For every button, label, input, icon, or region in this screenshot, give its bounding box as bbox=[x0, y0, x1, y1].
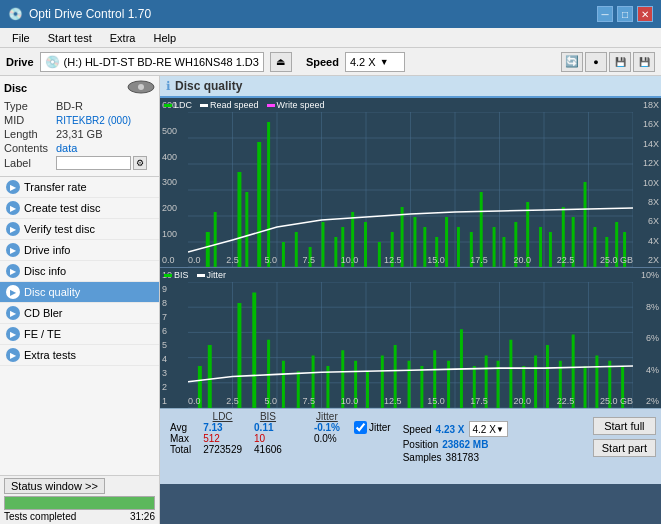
bis-chart-plot bbox=[188, 282, 633, 408]
bis-x-axis: 0.02.55.07.510.012.515.017.520.022.525.0… bbox=[160, 396, 661, 408]
main-layout: Disc Type BD-R MID RITEKBR2 (000) Length… bbox=[0, 76, 661, 524]
position-value: 23862 MB bbox=[442, 439, 488, 450]
total-bis: 41606 bbox=[248, 444, 288, 455]
mid-value: RITEKBR2 (000) bbox=[56, 115, 155, 126]
position-label: Position bbox=[403, 439, 439, 450]
close-button[interactable]: ✕ bbox=[637, 6, 653, 22]
length-value: 23,31 GB bbox=[56, 128, 155, 140]
speed-dropdown-icon: ▼ bbox=[380, 57, 389, 67]
sidebar-item-fe-te[interactable]: ▶ FE / TE bbox=[0, 324, 159, 345]
panel-title: Disc quality bbox=[175, 79, 242, 93]
verify-disc-icon: ▶ bbox=[6, 222, 20, 236]
length-label: Length bbox=[4, 128, 56, 140]
eject-button[interactable]: ⏏ bbox=[270, 52, 292, 72]
svg-rect-21 bbox=[237, 172, 241, 267]
sidebar-item-cd-bler[interactable]: ▶ CD Bler bbox=[0, 303, 159, 324]
sidebar-item-disc-info[interactable]: ▶ Disc info bbox=[0, 261, 159, 282]
nav-label-create-test-disc: Create test disc bbox=[24, 202, 100, 214]
avg-jitter: -0.1% bbox=[308, 422, 346, 433]
ldc-legend-dot bbox=[164, 104, 172, 107]
ldc-y-axis-left: 6005004003002001000.0 bbox=[160, 98, 188, 267]
avg-label: Avg bbox=[164, 422, 197, 433]
status-window-button[interactable]: Status window >> bbox=[4, 478, 105, 494]
charts-container: LDC Read speed Write speed 6005004003002… bbox=[160, 98, 661, 524]
disc-quality-icon: ▶ bbox=[6, 285, 20, 299]
max-jitter: 0.0% bbox=[308, 433, 346, 444]
sidebar-item-create-test-disc[interactable]: ▶ Create test disc bbox=[0, 198, 159, 219]
nav-label-extra-tests: Extra tests bbox=[24, 349, 76, 361]
samples-value: 381783 bbox=[446, 452, 479, 463]
refresh-button[interactable]: 🔄 bbox=[561, 52, 583, 72]
menu-file[interactable]: File bbox=[4, 28, 38, 47]
svg-point-1 bbox=[138, 84, 144, 90]
speed-select-arrow: ▼ bbox=[496, 425, 504, 434]
jitter-checkbox[interactable] bbox=[354, 421, 367, 434]
disc-panel-icon bbox=[127, 80, 155, 96]
speed-select-value: 4.2 X bbox=[473, 424, 496, 435]
stats-bar: LDC BIS Jitter Avg 7.13 0.11 -0.1% bbox=[160, 408, 661, 484]
bis-y-axis-left: 10987654321 bbox=[160, 268, 188, 408]
sidebar-item-drive-info[interactable]: ▶ Drive info bbox=[0, 240, 159, 261]
svg-rect-74 bbox=[237, 303, 241, 408]
ldc-svg bbox=[188, 112, 633, 267]
contents-value: data bbox=[56, 142, 155, 154]
nav-label-fe-te: FE / TE bbox=[24, 328, 61, 340]
transfer-rate-icon: ▶ bbox=[6, 180, 20, 194]
menu-help[interactable]: Help bbox=[145, 28, 184, 47]
app-icon: 💿 bbox=[8, 7, 23, 21]
save-button[interactable]: 💾 bbox=[609, 52, 631, 72]
record-button[interactable]: ● bbox=[585, 52, 607, 72]
status-window-label: Status window >> bbox=[11, 480, 98, 492]
write-speed-legend-label: Write speed bbox=[277, 100, 325, 110]
speed-stat-value: 4.23 X bbox=[436, 424, 465, 435]
ldc-legend-label: LDC bbox=[174, 100, 192, 110]
drive-info-icon: ▶ bbox=[6, 243, 20, 257]
app-title: Opti Drive Control 1.70 bbox=[29, 7, 151, 21]
content-area: ℹ Disc quality LDC Read speed bbox=[160, 76, 661, 524]
drive-icon: 💿 bbox=[45, 55, 60, 69]
panel-header: ℹ Disc quality bbox=[160, 76, 661, 98]
disc-panel: Disc Type BD-R MID RITEKBR2 (000) Length… bbox=[0, 76, 159, 177]
nav-label-disc-quality: Disc quality bbox=[24, 286, 80, 298]
nav-label-verify-test-disc: Verify test disc bbox=[24, 223, 95, 235]
drive-bar: Drive 💿 (H:) HL-DT-ST BD-RE WH16NS48 1.D… bbox=[0, 48, 661, 76]
cd-bler-icon: ▶ bbox=[6, 306, 20, 320]
title-bar: 💿 Opti Drive Control 1.70 ─ □ ✕ bbox=[0, 0, 661, 28]
start-full-button[interactable]: Start full bbox=[593, 417, 656, 435]
drive-label: Drive bbox=[6, 56, 34, 68]
nav-label-drive-info: Drive info bbox=[24, 244, 70, 256]
menu-start-test[interactable]: Start test bbox=[40, 28, 100, 47]
drive-value: (H:) HL-DT-ST BD-RE WH16NS48 1.D3 bbox=[64, 56, 259, 68]
ldc-chart-plot bbox=[188, 112, 633, 267]
jitter-legend-dot bbox=[197, 274, 205, 277]
ldc-chart-area: LDC Read speed Write speed 6005004003002… bbox=[160, 98, 661, 268]
bis-legend-label: BIS bbox=[174, 270, 189, 280]
sidebar-item-transfer-rate[interactable]: ▶ Transfer rate bbox=[0, 177, 159, 198]
maximize-button[interactable]: □ bbox=[617, 6, 633, 22]
label-label: Label bbox=[4, 157, 56, 169]
ldc-y-axis-right: 18X16X14X12X10X8X6X4X2X bbox=[633, 98, 661, 267]
save2-button[interactable]: 💾 bbox=[633, 52, 655, 72]
minimize-button[interactable]: ─ bbox=[597, 6, 613, 22]
sidebar: Disc Type BD-R MID RITEKBR2 (000) Length… bbox=[0, 76, 160, 524]
fe-te-icon: ▶ bbox=[6, 327, 20, 341]
start-part-button[interactable]: Start part bbox=[593, 439, 656, 457]
label-edit-button[interactable]: ⚙ bbox=[133, 156, 147, 170]
speed-stat-label: Speed bbox=[403, 424, 432, 435]
menu-extra[interactable]: Extra bbox=[102, 28, 144, 47]
avg-ldc: 7.13 bbox=[197, 422, 248, 433]
jitter-legend-label: Jitter bbox=[207, 270, 227, 280]
bis-y-axis-right: 10%8%6%4%2% bbox=[633, 268, 661, 408]
max-bis: 10 bbox=[248, 433, 288, 444]
type-value: BD-R bbox=[56, 100, 155, 112]
samples-label: Samples bbox=[403, 452, 442, 463]
sidebar-item-disc-quality[interactable]: ▶ Disc quality bbox=[0, 282, 159, 303]
progress-bar bbox=[4, 496, 155, 510]
nav-label-disc-info: Disc info bbox=[24, 265, 66, 277]
disc-info-icon: ▶ bbox=[6, 264, 20, 278]
label-input[interactable] bbox=[56, 156, 131, 170]
speed-value: 4.2 X bbox=[350, 56, 376, 68]
sidebar-item-extra-tests[interactable]: ▶ Extra tests bbox=[0, 345, 159, 366]
total-ldc: 2723529 bbox=[197, 444, 248, 455]
sidebar-item-verify-test-disc[interactable]: ▶ Verify test disc bbox=[0, 219, 159, 240]
